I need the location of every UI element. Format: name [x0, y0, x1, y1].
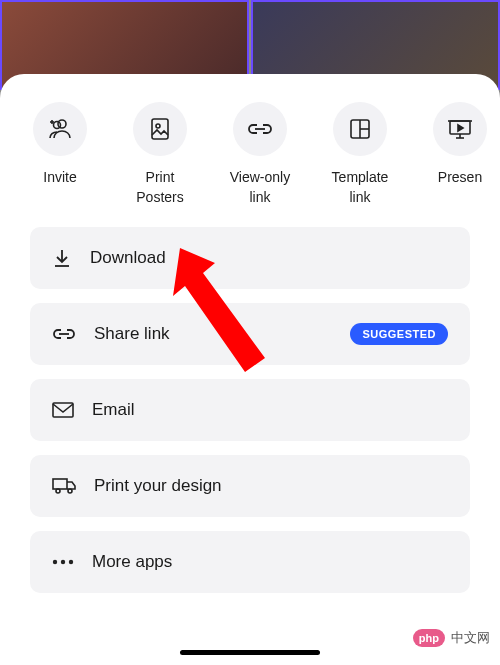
- svg-point-23: [69, 560, 73, 564]
- print-design-option[interactable]: Print your design: [30, 455, 470, 517]
- present-icon: [433, 102, 487, 156]
- options-list: Download Share link SUGGESTED Email: [0, 207, 500, 593]
- svg-rect-17: [53, 403, 73, 417]
- suggested-badge: SUGGESTED: [350, 323, 448, 345]
- email-icon: [52, 402, 74, 418]
- truck-icon: [52, 477, 76, 495]
- present-action[interactable]: Presen: [424, 102, 496, 207]
- download-label: Download: [90, 248, 448, 268]
- download-icon: [52, 248, 72, 268]
- invite-label: Invite: [43, 168, 76, 188]
- view-only-link-label: View-only link: [230, 168, 290, 207]
- print-posters-label: Print Posters: [136, 168, 183, 207]
- watermark: php 中文网: [413, 629, 490, 647]
- share-link-option[interactable]: Share link SUGGESTED: [30, 303, 470, 365]
- svg-rect-4: [152, 119, 168, 139]
- svg-point-21: [53, 560, 57, 564]
- share-link-label: Share link: [94, 324, 332, 344]
- top-actions-row: Invite Print Posters View-only link: [0, 102, 500, 207]
- print-design-label: Print your design: [94, 476, 448, 496]
- more-apps-option[interactable]: More apps: [30, 531, 470, 593]
- invite-action[interactable]: Invite: [24, 102, 96, 207]
- home-indicator: [180, 650, 320, 655]
- share-link-icon: [52, 327, 76, 341]
- present-label: Presen: [438, 168, 482, 188]
- svg-point-19: [56, 489, 60, 493]
- print-posters-action[interactable]: Print Posters: [124, 102, 196, 207]
- email-option[interactable]: Email: [30, 379, 470, 441]
- template-icon: [333, 102, 387, 156]
- download-option[interactable]: Download: [30, 227, 470, 289]
- more-apps-label: More apps: [92, 552, 448, 572]
- svg-point-22: [61, 560, 65, 564]
- invite-icon: [33, 102, 87, 156]
- template-link-label: Template link: [332, 168, 389, 207]
- svg-point-20: [68, 489, 72, 493]
- php-badge: php: [413, 629, 445, 647]
- svg-rect-18: [53, 479, 67, 489]
- svg-point-1: [54, 122, 61, 129]
- dots-icon: [52, 559, 74, 565]
- template-link-action[interactable]: Template link: [324, 102, 396, 207]
- watermark-text: 中文网: [451, 629, 490, 647]
- view-only-link-action[interactable]: View-only link: [224, 102, 296, 207]
- email-label: Email: [92, 400, 448, 420]
- print-icon: [133, 102, 187, 156]
- svg-point-5: [156, 124, 160, 128]
- link-icon: [233, 102, 287, 156]
- share-sheet: Invite Print Posters View-only link: [0, 74, 500, 665]
